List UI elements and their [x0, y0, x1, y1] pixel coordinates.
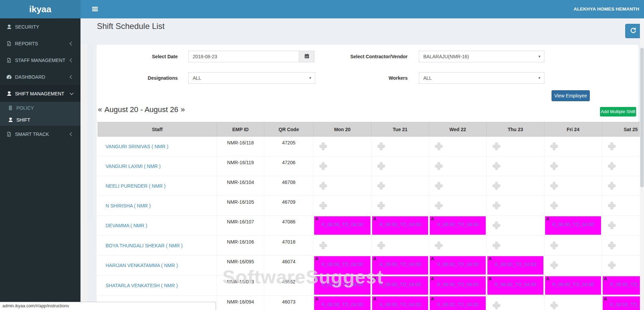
shift-assignment[interactable]: AR_06:00_TO_04:00: [430, 296, 486, 310]
plus-icon[interactable]: [608, 162, 615, 169]
plus-icon[interactable]: [551, 261, 558, 268]
shift-assignment[interactable]: AR_06:00_TO_04:00: [603, 276, 644, 295]
plus-icon[interactable]: [493, 182, 500, 189]
staff-link[interactable]: HARIJAN VENKATAMMA ( NMR ): [106, 263, 178, 268]
staff-link[interactable]: SHATARLA VENKATESH ( NMR ): [106, 283, 178, 288]
shift-assignment[interactable]: AR_06:00_TO_04:00: [314, 256, 370, 275]
plus-icon[interactable]: [551, 182, 558, 189]
plus-icon[interactable]: [378, 242, 385, 249]
plus-icon[interactable]: [320, 242, 327, 249]
sidebar-toggle-button[interactable]: [87, 0, 102, 18]
refresh-button[interactable]: [625, 24, 641, 38]
plus-icon[interactable]: [435, 202, 442, 209]
shift-assignment[interactable]: AR_06:00_TO_04:00: [372, 216, 428, 235]
plus-icon[interactable]: [551, 242, 558, 249]
view-employee-button[interactable]: View Employee: [552, 90, 590, 101]
plus-icon[interactable]: [551, 202, 558, 209]
shift-assignment[interactable]: AR_06:00_TO_04:00: [487, 256, 543, 275]
plus-icon[interactable]: [435, 162, 442, 169]
shift-assignment[interactable]: AR_06:00_TO_04:00: [372, 276, 428, 295]
gauge-icon: [6, 74, 12, 80]
inner-scrollbar-track[interactable]: [87, 44, 93, 221]
sidebar-item-dashboard[interactable]: DASHBOARD: [0, 68, 80, 85]
plus-icon[interactable]: [320, 202, 327, 209]
staff-link[interactable]: NEELI PURENDER ( NMR ): [106, 183, 166, 189]
shift-assignment[interactable]: AR_06:00_TO_04:00: [314, 276, 370, 295]
plus-icon[interactable]: [320, 182, 327, 189]
previous-week-button[interactable]: «: [98, 105, 102, 114]
plus-icon[interactable]: [608, 202, 615, 209]
shift-assignment[interactable]: AR_06:00_TO_04:00: [314, 296, 370, 310]
emp-id-cell: NMR-16/104: [217, 176, 264, 196]
sidebar-subitem-shift[interactable]: SHIFT: [0, 114, 80, 126]
brand-logo[interactable]: ikyaa: [0, 0, 80, 18]
plus-icon[interactable]: [493, 242, 500, 249]
day-cell: [602, 137, 644, 156]
workers-select[interactable]: ALL ▼: [419, 72, 544, 84]
staff-cell: DEVAMMA ( NMR ): [98, 216, 217, 236]
sidebar-item-smart-track[interactable]: xSMART TRACK: [0, 126, 80, 142]
plus-icon[interactable]: [435, 242, 442, 249]
plus-icon[interactable]: [320, 162, 327, 169]
plus-icon[interactable]: [378, 202, 385, 209]
sidebar-item-security[interactable]: SECURITY: [0, 18, 80, 35]
sidebar-item-reports[interactable]: xREPORTS: [0, 35, 80, 52]
shift-flag: A: [373, 216, 377, 221]
plus-icon[interactable]: [551, 142, 558, 150]
building-icon: [8, 105, 13, 111]
shift-flag: A: [546, 216, 550, 221]
plus-icon[interactable]: [378, 182, 385, 189]
shift-assignment[interactable]: AR_06:00_TO_04:00: [372, 296, 428, 310]
plus-icon[interactable]: [378, 162, 385, 169]
add-multiple-shift-button[interactable]: Add Multiple Shift: [600, 107, 636, 117]
schedule-table-wrap: StaffEMP IDQR CodeMon 20Tue 21Wed 22Thu …: [98, 122, 644, 310]
staff-link[interactable]: VANGURI LAXMI ( NMR ): [106, 164, 161, 169]
user-menu[interactable]: ALEKHYA HOMES HEMANTH: [574, 0, 639, 18]
plus-icon[interactable]: [435, 182, 442, 189]
shift-assignment[interactable]: AR_06:00_TO_04:00: [430, 276, 486, 295]
shift-flag: A: [604, 296, 607, 301]
shift-assignment[interactable]: AR_06:00_TO_04:00: [545, 216, 601, 235]
shift-time-label: R_06:00_TO_04:00: [495, 282, 537, 287]
plus-icon[interactable]: [435, 142, 442, 150]
page-scrollbar-thumb[interactable]: [640, 48, 644, 187]
shift-assignment[interactable]: AR_06:00_TO_04:00: [545, 276, 601, 295]
plus-icon[interactable]: [551, 162, 558, 169]
staff-link[interactable]: VANGURI SRINIVAS ( NMR ): [106, 144, 169, 149]
shift-assignment[interactable]: AR_06:00_TO_04:00: [314, 216, 370, 235]
date-input[interactable]: [188, 51, 299, 62]
plus-icon[interactable]: [608, 142, 615, 150]
shift-assignment[interactable]: AR_06:00_TO_04:00: [372, 256, 428, 275]
shift-assignment[interactable]: AR_06:00_TO_04:00: [430, 256, 486, 275]
shift-assignment[interactable]: AR_06:00_TO_04:00: [430, 216, 486, 235]
table-row: VANGURI LAXMI ( NMR )NMR-16/11947206: [98, 156, 644, 176]
plus-icon[interactable]: [493, 301, 500, 309]
plus-icon[interactable]: [378, 142, 385, 150]
plus-icon[interactable]: [608, 242, 615, 249]
staff-link[interactable]: N SHIRISHA ( NMR ): [106, 203, 151, 208]
next-week-button[interactable]: »: [181, 105, 185, 114]
shift-assignment[interactable]: AR_06:00_TO_04:00: [603, 296, 644, 310]
plus-icon[interactable]: [493, 162, 500, 169]
staff-link[interactable]: DEVAMMA ( NMR ): [106, 223, 147, 228]
sidebar-item-staff-management[interactable]: xSTAFF MANAGEMENT: [0, 52, 80, 68]
day-cell: [487, 296, 544, 310]
shift-flag: A: [546, 276, 550, 281]
plus-icon[interactable]: [493, 142, 500, 150]
file-excel-icon: x: [6, 57, 12, 63]
plus-icon[interactable]: [608, 221, 615, 229]
sidebar-item-shift-management[interactable]: SHIFT MANAGEMENT: [0, 85, 80, 102]
plus-icon[interactable]: [608, 261, 615, 268]
shift-flag: A: [315, 216, 319, 221]
plus-icon[interactable]: [320, 142, 327, 150]
table-row: SHATARLA VENKATESH ( NMR )NMR-16/0734556…: [98, 276, 644, 296]
shift-assignment[interactable]: AR_06:00_TO_04:00: [487, 276, 543, 295]
plus-icon[interactable]: [551, 301, 558, 309]
plus-icon[interactable]: [493, 221, 500, 229]
contractor-select[interactable]: BALARAJU(NMR-16) ▼: [419, 51, 544, 62]
day-cell: [602, 255, 644, 276]
sidebar-subitem-policy[interactable]: POLICY: [0, 102, 80, 114]
staff-link[interactable]: BOYA THUNGALI SHEKAR ( NMR ): [106, 243, 183, 248]
plus-icon[interactable]: [493, 202, 500, 209]
plus-icon[interactable]: [608, 182, 615, 189]
